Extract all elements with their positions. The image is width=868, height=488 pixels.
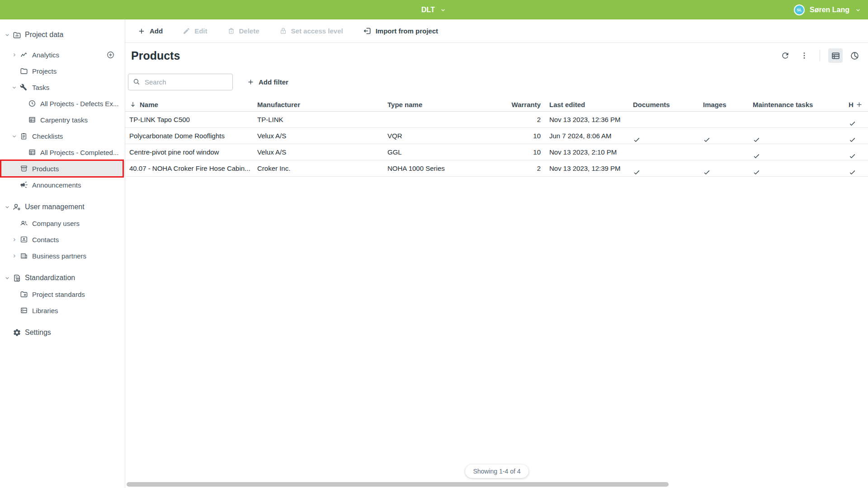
cell-last-edited: Nov 13 2023, 2:10 PM	[541, 148, 633, 156]
edit-button[interactable]: Edit	[183, 27, 207, 35]
sidebar-item-announcements[interactable]: Announcements	[0, 177, 125, 193]
add-button[interactable]: Add	[137, 27, 163, 35]
plus-icon	[137, 27, 146, 35]
showing-count-badge: Showing 1-4 of 4	[465, 465, 528, 478]
sidebar-item-products[interactable]: Products	[0, 160, 125, 177]
sidebar-item-business-partners[interactable]: Business partners	[0, 248, 125, 264]
column-header-name[interactable]: Name	[129, 101, 257, 108]
chevron-down-icon[interactable]	[4, 31, 13, 38]
cell-manufacturer: Velux A/S	[257, 132, 387, 140]
import-from-project-label: Import from project	[376, 27, 438, 35]
table-view-toggle[interactable]	[828, 48, 843, 63]
sidebar-item-user-management[interactable]: User management	[0, 199, 125, 215]
delete-button[interactable]: Delete	[227, 27, 259, 35]
products-table: Name Manufacturer Type name Warranty Las…	[125, 98, 868, 177]
chevron-down-icon[interactable]	[11, 133, 20, 140]
sidebar-item-all-projects-defects[interactable]: All Projects - Defects Ex...	[0, 95, 125, 112]
sidebar-item-project-data[interactable]: Project data	[0, 27, 125, 43]
sidebar-item-label: User management	[25, 203, 85, 211]
sidebar-item-checklists[interactable]: Checklists	[0, 128, 125, 144]
sidebar-item-label: All Projects - Defects Ex...	[40, 100, 118, 108]
kebab-icon	[800, 51, 809, 60]
chevron-right-icon[interactable]	[11, 253, 20, 259]
sidebar-item-carpentry-tasks[interactable]: Carpentry tasks	[0, 112, 125, 128]
add-button-label: Add	[150, 27, 163, 35]
sidebar-item-label: Analytics	[32, 51, 59, 59]
table-row[interactable]: Polycarbonate Dome Rooflights Velux A/S …	[125, 128, 868, 144]
check-icon	[633, 169, 698, 176]
chevron-down-icon[interactable]	[11, 84, 20, 91]
sidebar-item-analytics[interactable]: Analytics	[0, 47, 125, 63]
chevron-down-icon[interactable]	[4, 203, 13, 211]
sidebar-item-label: Company users	[32, 220, 80, 227]
sidebar-item-label: Standardization	[25, 274, 75, 282]
check-icon	[849, 152, 863, 160]
table-row[interactable]: TP-LINK Tapo C500 TP-LINK 2 Nov 13 2023,…	[125, 112, 868, 128]
more-options-button[interactable]	[797, 48, 811, 63]
folder-icon	[20, 67, 28, 75]
sidebar-item-all-projects-completed[interactable]: All Projects - Completed...	[0, 144, 125, 160]
app-switcher-label: DLT	[421, 6, 435, 14]
sidebar-item-project-standards[interactable]: Project standards	[0, 286, 125, 302]
add-filter-button[interactable]: Add filter	[247, 78, 288, 86]
sidebar-item-label: Carpentry tasks	[40, 116, 88, 124]
pie-chart-icon	[850, 51, 859, 61]
horizontal-scrollbar[interactable]	[127, 482, 669, 487]
column-header-images[interactable]: Images	[703, 101, 753, 108]
cell-last-edited: Nov 13 2023, 12:39 PM	[541, 164, 633, 172]
import-from-project-button[interactable]: Import from project	[363, 27, 438, 35]
column-header-h[interactable]: H	[849, 101, 868, 108]
cell-type-name: VQR	[387, 132, 509, 140]
add-column-button[interactable]	[855, 101, 863, 108]
check-icon	[753, 136, 843, 144]
sidebar-item-standardization[interactable]: Standardization	[0, 270, 125, 286]
user-gear-icon	[13, 203, 21, 211]
sidebar-item-label: Project data	[25, 31, 63, 39]
import-icon	[363, 27, 372, 35]
app-switcher-dropdown[interactable]: DLT	[421, 6, 447, 14]
sidebar-item-settings[interactable]: Settings	[0, 324, 125, 341]
sidebar-item-company-users[interactable]: Company users	[0, 215, 125, 231]
archive-icon	[20, 164, 28, 173]
sidebar-item-label: Business partners	[32, 252, 86, 260]
column-header-manufacturer[interactable]: Manufacturer	[257, 101, 387, 108]
check-icon	[849, 120, 863, 127]
table-row[interactable]: 40.07 - NOHA Croker Fire Hose Cabin... C…	[125, 160, 868, 177]
check-icon	[849, 169, 863, 176]
column-header-documents[interactable]: Documents	[633, 101, 703, 108]
chevron-right-icon[interactable]	[11, 52, 20, 58]
folder-chart-icon	[13, 31, 21, 39]
sidebar-item-label: Checklists	[32, 132, 63, 140]
folder-gear-icon	[20, 290, 28, 299]
sidebar-item-contacts[interactable]: Contacts	[0, 231, 125, 248]
search-input[interactable]	[128, 74, 233, 90]
trash-icon	[227, 27, 235, 35]
refresh-button[interactable]	[778, 48, 793, 63]
chart-view-toggle[interactable]	[847, 48, 862, 63]
main-content: Add Edit Delete Set access level Import …	[125, 19, 868, 488]
sidebar-item-projects[interactable]: Projects	[0, 63, 125, 79]
table-icon	[28, 116, 37, 124]
sidebar-item-label: Projects	[32, 67, 57, 75]
column-header-type-name[interactable]: Type name	[387, 101, 509, 108]
column-header-maintenance-tasks[interactable]: Maintenance tasks	[753, 101, 849, 108]
check-icon	[703, 169, 747, 176]
user-menu[interactable]: SL Søren Lang	[794, 5, 862, 15]
set-access-level-button[interactable]: Set access level	[279, 27, 343, 35]
sort-desc-icon	[129, 101, 137, 108]
column-header-last-edited[interactable]: Last edited	[541, 101, 633, 108]
chevron-down-icon[interactable]	[4, 274, 13, 282]
column-header-warranty[interactable]: Warranty	[509, 101, 541, 108]
top-bar: DLT SL Søren Lang	[0, 0, 868, 19]
user-name: Søren Lang	[810, 6, 849, 14]
add-analytics-button[interactable]	[106, 51, 115, 59]
sidebar-item-libraries[interactable]: Libraries	[0, 302, 125, 319]
chevron-right-icon[interactable]	[11, 236, 20, 243]
avatar: SL	[794, 5, 805, 15]
sidebar-item-label: Tasks	[32, 84, 49, 91]
sidebar-item-tasks[interactable]: Tasks	[0, 79, 125, 95]
add-filter-label: Add filter	[259, 78, 288, 86]
megaphone-icon	[20, 181, 28, 189]
table-row[interactable]: Centre-pivot pine roof window Velux A/S …	[125, 144, 868, 160]
analytics-icon	[20, 51, 28, 59]
